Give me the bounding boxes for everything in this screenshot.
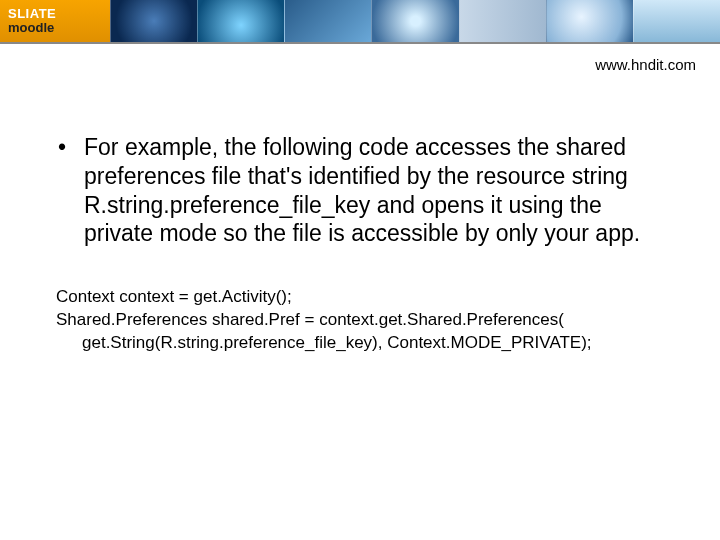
banner-image [459,0,546,42]
code-line: Context context = get.Activity(); [56,287,292,306]
bullet-marker: • [56,133,84,248]
logo-line1: SLIATE [8,7,110,21]
site-url: www.hndit.com [0,44,720,73]
banner-image [371,0,458,42]
site-logo: SLIATE moodle [0,0,110,42]
code-line: get.String(R.string.preference_file_key)… [56,332,664,355]
banner-image [633,0,720,42]
slide-content: • For example, the following code access… [0,73,720,355]
banner-image [110,0,197,42]
logo-line2: moodle [8,21,110,35]
bullet-text: For example, the following code accesses… [84,133,664,248]
code-line: Shared.Preferences shared.Pref = context… [56,309,664,332]
banner-image-strip [110,0,720,42]
banner-image [197,0,284,42]
code-block: Context context = get.Activity(); Shared… [56,286,664,355]
header-banner: SLIATE moodle [0,0,720,44]
banner-image [284,0,371,42]
banner-image [546,0,633,42]
bullet-item: • For example, the following code access… [56,133,664,248]
